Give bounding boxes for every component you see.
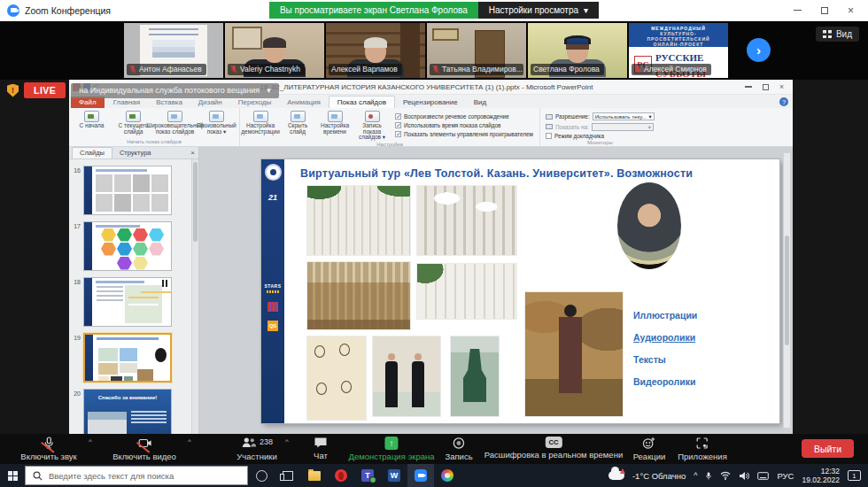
slide-links: Иллюстрации Аудиоролики Тексты Видеороли… xyxy=(633,310,697,387)
custom-slideshow-button[interactable]: Произвольный показ ▾ xyxy=(196,110,237,135)
keyboard-icon[interactable] xyxy=(757,472,769,480)
hide-slide-icon xyxy=(291,111,306,122)
stream-destination-dropdown[interactable]: на Индивидуальная служба потокового веща… xyxy=(71,83,278,98)
participant-tile-varlamov[interactable]: Алексей Варламов xyxy=(326,23,425,78)
panel-tab-outline[interactable]: Структура xyxy=(112,148,159,158)
close-button[interactable]: × xyxy=(848,5,854,16)
panel-scrollbar[interactable] xyxy=(191,159,198,434)
slide-thumbnail-20[interactable]: 20 Спасибо за внимание! xyxy=(69,389,193,438)
maximize-button[interactable] xyxy=(821,7,828,14)
photo-white-house xyxy=(417,264,516,319)
zoom-app-button[interactable] xyxy=(407,464,434,487)
participant-name-tag: Алексей Смирнов xyxy=(632,64,711,75)
checkbox-use-timings[interactable]: ✓Использовать время показа слайдов xyxy=(395,122,533,128)
tab-review[interactable]: Рецензирование xyxy=(395,97,466,108)
participant-tile-vladimirova[interactable]: Татьяна Владимиров... xyxy=(427,23,526,78)
file-explorer-button[interactable] xyxy=(301,464,328,487)
link-videos[interactable]: Видеоролики xyxy=(633,376,697,387)
next-participants-button[interactable]: › xyxy=(747,38,771,62)
checkbox-play-narration[interactable]: ✓Воспроизвести речевое сопровождение xyxy=(395,113,533,120)
tab-slideshow[interactable]: Показ слайдов xyxy=(329,96,395,108)
weather-text[interactable]: -1°C Облачно xyxy=(632,471,686,481)
audio-options-chevron[interactable]: ^ xyxy=(89,437,92,445)
chat-button[interactable]: Чат xyxy=(314,437,328,460)
ppt-minimize-button[interactable] xyxy=(745,86,752,88)
chevron-down-icon: ▾ xyxy=(584,5,588,15)
participants-count: 238 xyxy=(260,437,273,446)
slide-thumbnail-19-selected[interactable]: 19 xyxy=(69,333,193,383)
apps-icon xyxy=(696,437,709,450)
opera-button[interactable] xyxy=(328,464,354,487)
broadcast-slideshow-button[interactable]: Широковещательный показ слайдов xyxy=(154,110,196,135)
app-title: Zoom Конференция xyxy=(25,5,111,16)
reactions-button[interactable]: Реакции xyxy=(633,437,666,461)
slide-thumbnail-17[interactable]: 17 xyxy=(69,221,193,271)
custom-show-icon xyxy=(209,111,224,122)
panel-tab-slides[interactable]: Слайды xyxy=(72,147,112,158)
start-video-button[interactable]: Включить видео xyxy=(112,437,176,461)
participants-chevron[interactable]: ^ xyxy=(285,437,289,445)
word-button[interactable]: W xyxy=(381,464,407,487)
slide-thumbnail-16[interactable]: 16 xyxy=(69,166,193,215)
checkbox-presenter-mode[interactable] xyxy=(546,133,552,139)
photo-university-main-building xyxy=(307,186,410,255)
participant-tile-smirnov[interactable]: МЕЖДУНАРОДНЫЙ КУЛЬТУРНО-ПРОСВЕТИТЕЛЬСКИЙ… xyxy=(629,23,728,78)
resolution-select[interactable]: Использовать теку...▾ xyxy=(593,112,655,120)
panel-close-icon[interactable]: × xyxy=(190,149,195,157)
ppt-close-button[interactable]: × xyxy=(779,83,784,91)
windows-logo-icon xyxy=(8,471,18,481)
language-indicator[interactable]: РУС xyxy=(777,471,794,481)
participant-tile-chastnykh[interactable]: Valeriy Chastnykh xyxy=(225,23,324,78)
minimize-button[interactable] xyxy=(794,10,802,12)
wifi-icon[interactable] xyxy=(720,471,731,480)
view-button[interactable]: Вид xyxy=(816,27,859,42)
checkbox-show-media-controls[interactable]: ✓Показать элементы управления проигрыват… xyxy=(395,131,533,137)
record-slideshow-button[interactable]: Запись показа слайдов ▾ xyxy=(353,110,391,141)
view-settings-dropdown[interactable]: Настройки просмотра ▾ xyxy=(478,2,599,19)
ppt-maximize-button[interactable] xyxy=(763,84,769,90)
ribbon-group-setup: Настройка демонстрации Скрыть слайд Наст… xyxy=(240,108,540,146)
participants-button[interactable]: 238 Участники xyxy=(236,437,276,461)
tab-animation[interactable]: Анимация xyxy=(279,97,329,108)
setup-slideshow-button[interactable]: Настройка демонстрации xyxy=(242,110,279,135)
paint-button[interactable] xyxy=(434,464,461,487)
teams-button[interactable]: T xyxy=(354,464,381,487)
participant-name-tag: Алексей Варламов xyxy=(329,64,402,75)
video-options-chevron[interactable]: ^ xyxy=(188,437,191,445)
canvas-scrollbar[interactable] xyxy=(783,152,791,429)
apps-button[interactable]: Приложения xyxy=(678,437,727,461)
slide-thumbnail-18[interactable]: 18 xyxy=(69,277,193,327)
link-audio[interactable]: Аудиоролики xyxy=(633,332,697,343)
presenter-mode-row[interactable]: Режим докладчика xyxy=(546,133,655,139)
tray-mic-icon[interactable] xyxy=(705,471,712,481)
task-view-button[interactable] xyxy=(275,464,301,487)
link-texts[interactable]: Тексты xyxy=(633,354,697,365)
participant-tile-frolova[interactable]: Светлана Фролова xyxy=(528,23,627,78)
cortana-button[interactable] xyxy=(248,464,275,487)
link-illustrations[interactable]: Иллюстрации xyxy=(633,310,697,321)
tray-expand-chevron[interactable]: ^ xyxy=(694,471,697,480)
volume-icon[interactable] xyxy=(739,471,749,481)
leave-button[interactable]: Выйти xyxy=(802,439,854,458)
help-icon[interactable]: ? xyxy=(779,97,788,106)
live-transcript-button[interactable]: CC Расшифровка в реальном времени xyxy=(484,437,623,460)
start-button[interactable] xyxy=(0,464,25,487)
record-button[interactable]: Запись xyxy=(445,437,472,461)
zoom-toolbar: Включить звук ^ Включить видео ^ 238 Уча… xyxy=(0,434,868,464)
from-beginning-button[interactable]: С начала xyxy=(71,110,112,129)
record-icon xyxy=(452,437,465,450)
participant-tile-afanasyev[interactable]: Антон Афанасьев xyxy=(124,23,223,78)
mic-muted-icon xyxy=(43,437,55,450)
rehearse-timings-button[interactable]: Настройка времени xyxy=(316,110,353,135)
tab-view[interactable]: Вид xyxy=(466,97,494,108)
chat-icon xyxy=(314,437,328,449)
stars-rating-icon xyxy=(267,290,279,293)
share-screen-button[interactable]: ↑ Демонстрация экрана xyxy=(348,437,434,461)
unmute-button[interactable]: Включить звук xyxy=(20,437,76,461)
notification-center-icon[interactable]: 1 xyxy=(848,470,861,481)
clock[interactable]: 12:32 19.02.2022 xyxy=(802,467,840,484)
video-strip: Антон Афанасьев Valeriy Chastnykh Алексе… xyxy=(0,21,868,80)
taskbar-search-input[interactable]: Введите здесь текст для поиска xyxy=(25,466,248,485)
ribbon: С начала С текущего слайда Широковещател… xyxy=(69,108,793,147)
hide-slide-button[interactable]: Скрыть слайд xyxy=(279,110,316,135)
